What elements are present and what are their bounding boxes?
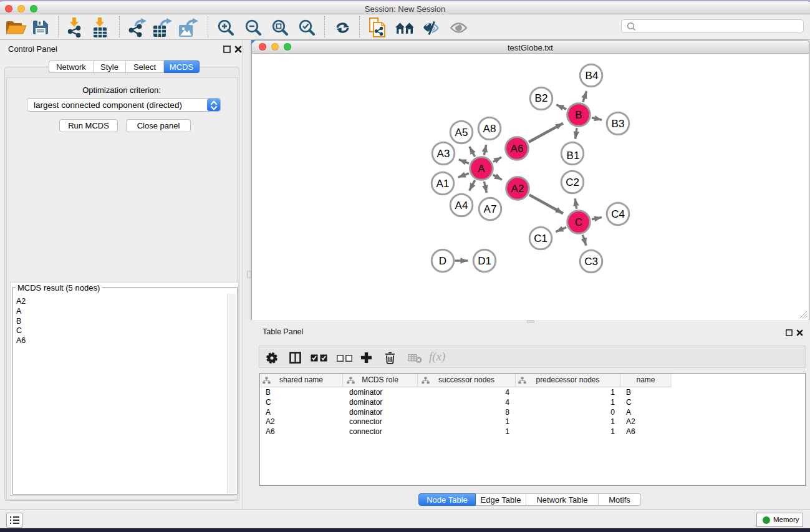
- svg-text:B1: B1: [567, 150, 580, 162]
- svg-text:D1: D1: [478, 255, 491, 267]
- svg-text:A7: A7: [484, 203, 497, 215]
- svg-text:A1: A1: [436, 178, 450, 190]
- svg-text:B: B: [575, 109, 582, 121]
- svg-text:C4: C4: [611, 208, 625, 220]
- svg-text:B2: B2: [535, 92, 548, 104]
- svg-text:A3: A3: [437, 148, 450, 160]
- svg-text:A: A: [478, 163, 485, 175]
- svg-text:A2: A2: [511, 183, 524, 195]
- svg-text:A5: A5: [455, 127, 468, 138]
- svg-text:C2: C2: [566, 177, 579, 188]
- svg-text:A6: A6: [511, 143, 524, 155]
- svg-text:D: D: [439, 255, 446, 267]
- svg-text:C3: C3: [584, 256, 598, 268]
- svg-text:A8: A8: [483, 123, 496, 135]
- svg-text:A4: A4: [455, 200, 468, 211]
- svg-text:C: C: [575, 216, 582, 228]
- svg-text:B3: B3: [612, 118, 625, 130]
- svg-text:C1: C1: [534, 233, 547, 244]
- svg-text:B4: B4: [586, 70, 599, 82]
